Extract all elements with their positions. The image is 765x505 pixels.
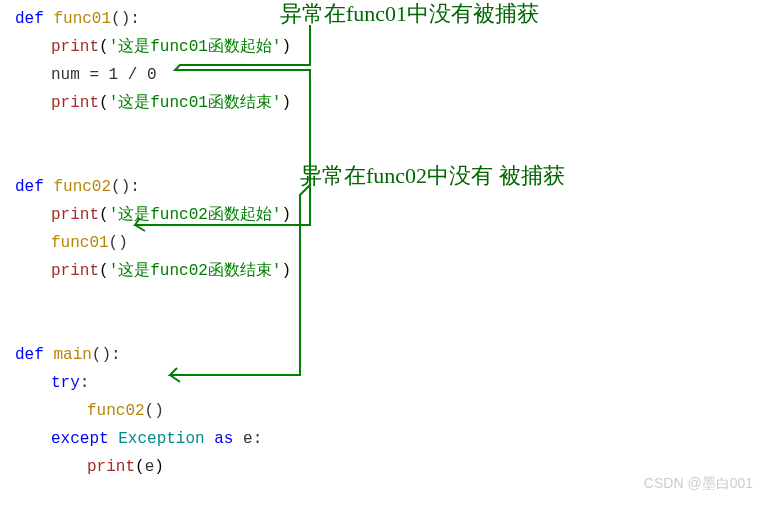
code-line: num = 1 / 0 — [51, 61, 291, 89]
func-call: func02 — [87, 402, 145, 420]
code-line: func02() — [87, 397, 291, 425]
keyword-as: as — [214, 430, 233, 448]
class-name: Exception — [118, 430, 204, 448]
print-call: print — [87, 458, 135, 476]
code-line: print('这是func01函数起始') — [51, 33, 291, 61]
variable: e — [145, 458, 155, 476]
paren: (): — [111, 10, 140, 28]
colon: : — [253, 430, 263, 448]
print-call: print — [51, 94, 99, 112]
annotation-text-2: 异常在func02中没有 被捕获 — [300, 162, 565, 190]
string-literal: '这是func02函数结束' — [109, 262, 282, 280]
code-line: print('这是func02函数结束') — [51, 257, 291, 285]
paren: (): — [111, 178, 140, 196]
paren: (): — [92, 346, 121, 364]
variable: e — [243, 430, 253, 448]
annotation-text-1: 异常在func01中没有被捕获 — [280, 0, 539, 28]
colon: : — [80, 374, 90, 392]
code-line: print('这是func01函数结束') — [51, 89, 291, 117]
watermark: CSDN @墨白001 — [644, 469, 753, 497]
string-literal: '这是func02函数起始' — [109, 206, 282, 224]
funcname: func02 — [53, 178, 111, 196]
statement: num = 1 / 0 — [51, 66, 157, 84]
keyword-except: except — [51, 430, 109, 448]
code-line: print(e) — [87, 453, 291, 481]
paren: () — [145, 402, 164, 420]
code-line: func01() — [51, 229, 291, 257]
func-call: func01 — [51, 234, 109, 252]
print-call: print — [51, 206, 99, 224]
code-line: def main(): — [15, 341, 291, 369]
funcname: main — [53, 346, 91, 364]
paren: () — [109, 234, 128, 252]
string-literal: '这是func01函数结束' — [109, 94, 282, 112]
keyword-def: def — [15, 346, 44, 364]
code-line: try: — [51, 369, 291, 397]
print-call: print — [51, 262, 99, 280]
keyword-def: def — [15, 10, 44, 28]
code-line: def func02(): — [15, 173, 291, 201]
code-line: def func01(): — [15, 5, 291, 33]
code-line: except Exception as e: — [51, 425, 291, 453]
print-call: print — [51, 38, 99, 56]
code-block: def func01(): print('这是func01函数起始') num … — [15, 5, 291, 505]
keyword-try: try — [51, 374, 80, 392]
funcname: func01 — [53, 10, 111, 28]
code-line: print('这是func02函数起始') — [51, 201, 291, 229]
string-literal: '这是func01函数起始' — [109, 38, 282, 56]
keyword-def: def — [15, 178, 44, 196]
